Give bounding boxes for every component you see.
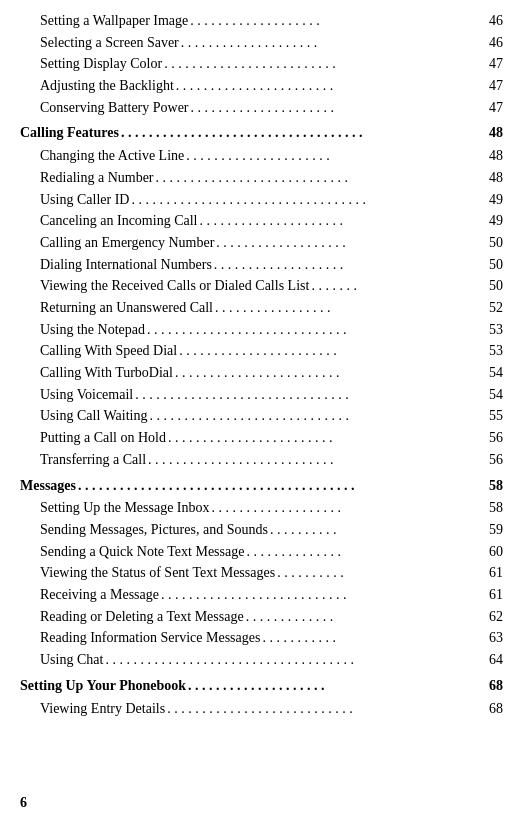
toc-page-number: 53 (489, 340, 503, 362)
toc-page-number: 50 (489, 254, 503, 276)
toc-subsection-entry: Reading or Deleting a Text Message . . .… (20, 606, 503, 628)
toc-label: Using Caller ID (40, 189, 129, 211)
toc-subsection-entry: Using Voicemail . . . . . . . . . . . . … (20, 384, 503, 406)
toc-page-number: 55 (489, 405, 503, 427)
toc-subsection-entry: Receiving a Message . . . . . . . . . . … (20, 584, 503, 606)
toc-page-number: 58 (489, 497, 503, 519)
toc-subsection-entry: Setting Display Color . . . . . . . . . … (20, 53, 503, 75)
toc-label: Calling Features (20, 121, 119, 145)
toc-subsection-entry: Viewing the Received Calls or Dialed Cal… (20, 275, 503, 297)
toc-label: Canceling an Incoming Call (40, 210, 197, 232)
toc-dots: . . . . . . . . . . . . . . . . . . . . … (121, 121, 487, 145)
toc-subsection-entry: Returning an Unanswered Call . . . . . .… (20, 297, 503, 319)
toc-subsection-entry: Dialing International Numbers . . . . . … (20, 254, 503, 276)
toc-dots: . . . . . . . . . . . . . . . . . . . . … (167, 698, 487, 720)
toc-page-number: 53 (489, 319, 503, 341)
toc-subsection-entry: Canceling an Incoming Call . . . . . . .… (20, 210, 503, 232)
toc-dots: . . . . . . . . . . . . . . . . . . . (190, 10, 487, 32)
toc-dots: . . . . . . . . . . . . . . . . . . . . (181, 32, 487, 54)
toc-subsection-entry: Setting Up the Message Inbox . . . . . .… (20, 497, 503, 519)
toc-page-number: 68 (489, 698, 503, 720)
toc-dots: . . . . . . . . . . . . . . . . . . . (216, 232, 487, 254)
toc-label: Sending a Quick Note Text Message (40, 541, 244, 563)
toc-subsection-entry: Calling an Emergency Number . . . . . . … (20, 232, 503, 254)
toc-page-number: 46 (489, 32, 503, 54)
toc-label: Viewing the Received Calls or Dialed Cal… (40, 275, 309, 297)
toc-label: Viewing the Status of Sent Text Messages (40, 562, 275, 584)
toc-dots: . . . . . . . . . . . . . . . . . . . . … (105, 649, 487, 671)
toc-section-header: Setting Up Your Phonebook . . . . . . . … (20, 674, 503, 698)
toc-subsection-entry: Using the Notepad . . . . . . . . . . . … (20, 319, 503, 341)
toc-page-number: 56 (489, 427, 503, 449)
toc-subsection-entry: Viewing Entry Details . . . . . . . . . … (20, 698, 503, 720)
toc-subsection-entry: Setting a Wallpaper Image . . . . . . . … (20, 10, 503, 32)
toc-dots: . . . . . . . . . . . . . . . . . . . . … (78, 474, 487, 498)
toc-label: Setting Up the Message Inbox (40, 497, 210, 519)
toc-subsection-entry: Calling With TurboDial . . . . . . . . .… (20, 362, 503, 384)
toc-dots: . . . . . . . . . . . . . . . . . . . . … (191, 97, 487, 119)
toc-label: Viewing Entry Details (40, 698, 165, 720)
toc-page-number: 47 (489, 75, 503, 97)
toc-container: Setting a Wallpaper Image . . . . . . . … (20, 10, 503, 719)
toc-dots: . . . . . . . . . . . (262, 627, 487, 649)
toc-subsection-entry: Redialing a Number . . . . . . . . . . .… (20, 167, 503, 189)
toc-label: Redialing a Number (40, 167, 154, 189)
toc-page-number: 49 (489, 189, 503, 211)
toc-dots: . . . . . . . . . . . . . . . . . . . . … (131, 189, 487, 211)
toc-dots: . . . . . . . . . . . . . . . . . . . (212, 497, 487, 519)
toc-page-number: 50 (489, 232, 503, 254)
toc-dots: . . . . . . . . . . . . . . . . . . . . … (148, 449, 487, 471)
toc-label: Sending Messages, Pictures, and Sounds (40, 519, 268, 541)
toc-page-number: 64 (489, 649, 503, 671)
toc-dots: . . . . . . . . . . . . . . . . . . . (214, 254, 487, 276)
toc-page-number: 54 (489, 384, 503, 406)
toc-subsection-entry: Sending Messages, Pictures, and Sounds .… (20, 519, 503, 541)
toc-section-header: Messages . . . . . . . . . . . . . . . .… (20, 474, 503, 498)
toc-page-number: 52 (489, 297, 503, 319)
toc-label: Returning an Unanswered Call (40, 297, 213, 319)
toc-label: Calling With Speed Dial (40, 340, 177, 362)
toc-dots: . . . . . . . . . . . . . . . . . . . . … (175, 362, 487, 384)
toc-label: Using the Notepad (40, 319, 145, 341)
toc-subsection-entry: Using Caller ID . . . . . . . . . . . . … (20, 189, 503, 211)
toc-label: Using Call Waiting (40, 405, 148, 427)
toc-label: Adjusting the Backlight (40, 75, 174, 97)
toc-dots: . . . . . . . . . . (277, 562, 487, 584)
toc-page-number: 48 (489, 167, 503, 189)
toc-subsection-entry: Using Chat . . . . . . . . . . . . . . .… (20, 649, 503, 671)
toc-subsection-entry: Reading Information Service Messages . .… (20, 627, 503, 649)
toc-label: Selecting a Screen Saver (40, 32, 179, 54)
toc-subsection-entry: Adjusting the Backlight . . . . . . . . … (20, 75, 503, 97)
toc-dots: . . . . . . . . . . . . . . . . . . . . (188, 674, 487, 698)
toc-dots: . . . . . . . . . . . . . . . . . . . . … (150, 405, 487, 427)
toc-dots: . . . . . . . . . . . . . . . . . . . . … (179, 340, 487, 362)
toc-dots: . . . . . . . . . . . . . . (246, 541, 487, 563)
toc-label: Setting Up Your Phonebook (20, 674, 186, 698)
toc-subsection-entry: Using Call Waiting . . . . . . . . . . .… (20, 405, 503, 427)
toc-dots: . . . . . . . . . . (270, 519, 487, 541)
toc-dots: . . . . . . . . . . . . . . . . . . . . … (164, 53, 487, 75)
toc-page-number: 47 (489, 53, 503, 75)
toc-dots: . . . . . . . . . . . . . . . . . . . . … (135, 384, 487, 406)
toc-page-number: 62 (489, 606, 503, 628)
toc-label: Reading Information Service Messages (40, 627, 260, 649)
toc-subsection-entry: Transferring a Call . . . . . . . . . . … (20, 449, 503, 471)
toc-subsection-entry: Putting a Call on Hold . . . . . . . . .… (20, 427, 503, 449)
toc-page-number: 49 (489, 210, 503, 232)
toc-label: Transferring a Call (40, 449, 146, 471)
toc-page-number: 61 (489, 562, 503, 584)
toc-subsection-entry: Calling With Speed Dial . . . . . . . . … (20, 340, 503, 362)
toc-label: Messages (20, 474, 76, 498)
toc-dots: . . . . . . . . . . . . . . . . . . . . … (176, 75, 487, 97)
toc-page-number: 61 (489, 584, 503, 606)
toc-page-number: 50 (489, 275, 503, 297)
toc-dots: . . . . . . . (311, 275, 487, 297)
toc-subsection-entry: Viewing the Status of Sent Text Messages… (20, 562, 503, 584)
toc-page-number: 48 (489, 121, 503, 145)
toc-page-number: 63 (489, 627, 503, 649)
toc-label: Putting a Call on Hold (40, 427, 166, 449)
toc-page-number: 56 (489, 449, 503, 471)
page-number: 6 (20, 795, 27, 811)
toc-label: Calling an Emergency Number (40, 232, 214, 254)
toc-label: Conserving Battery Power (40, 97, 189, 119)
